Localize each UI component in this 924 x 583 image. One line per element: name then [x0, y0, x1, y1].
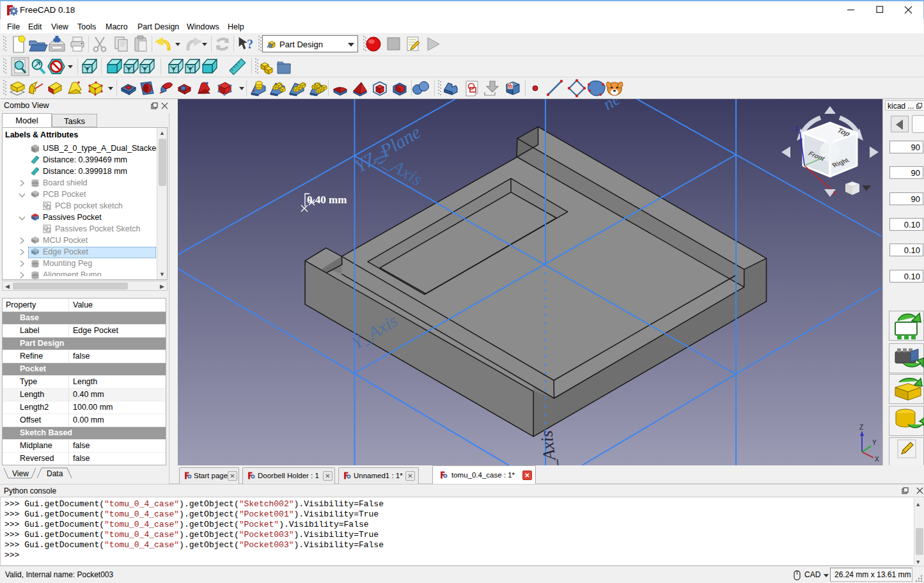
svg-text:Y: Y	[872, 439, 877, 446]
svg-text:?: ?	[247, 37, 253, 51]
svg-text:x: x	[833, 189, 837, 196]
svg-text:Data: Data	[47, 469, 63, 478]
svg-text:z: z	[795, 124, 799, 132]
svg-text:Z: Z	[859, 424, 863, 431]
svg-text:X: X	[875, 456, 879, 463]
svg-text:View: View	[12, 469, 29, 478]
